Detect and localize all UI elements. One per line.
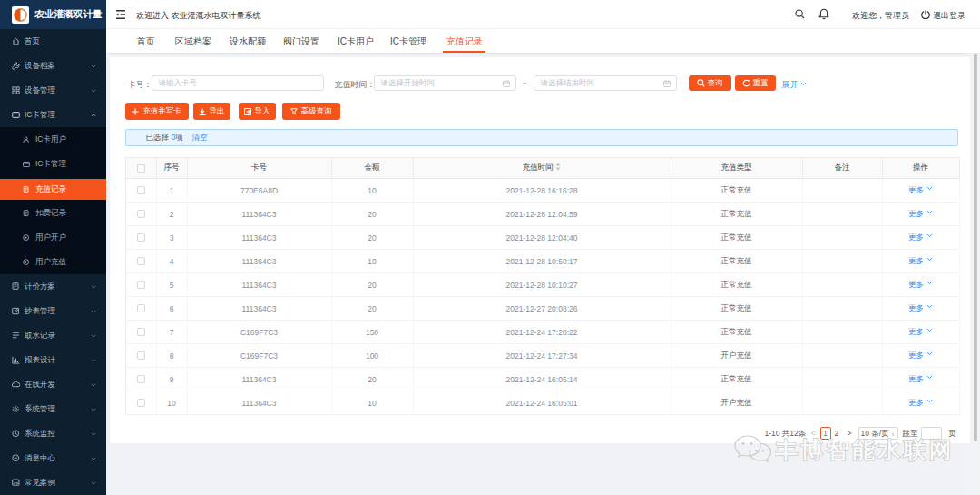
svg-text:丰博智能水联网: 丰博智能水联网	[775, 437, 955, 462]
